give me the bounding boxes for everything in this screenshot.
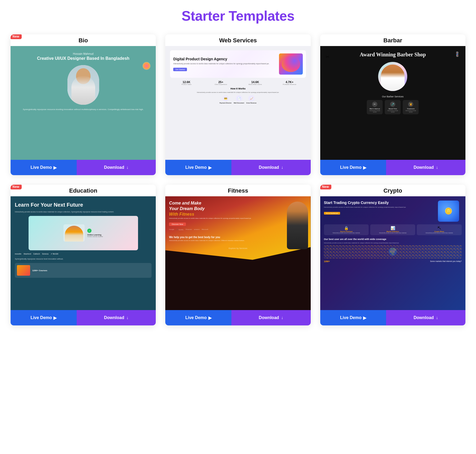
ws-how-desc: Interactively provide access to world-cl… (170, 92, 306, 93)
crypto-footer: Live Demo ▶ Download ↓ (320, 310, 465, 325)
edu-courses: 1200+ Courses (15, 263, 152, 278)
barbar-deco-right: 💈 (454, 51, 460, 57)
new-badge-crypto: New (320, 185, 331, 189)
crypto-market-question: Some markets that interest you today? (430, 260, 462, 262)
barbar-service-haircut: ✂ Men's Haircut Interactively provide ac… (367, 100, 383, 114)
crypto-card-miner: ⛏ Crypto Miner Interactively provide acc… (417, 224, 462, 235)
crypto-coins: 🪙 (438, 201, 462, 222)
new-badge-education: New (11, 185, 22, 189)
card-bio: New Bio Hossain Mahmud Creative UI/UX De… (11, 34, 156, 175)
fitness-footer: Live Demo ▶ Download ↓ (165, 310, 310, 325)
fit-person (287, 202, 308, 249)
card-fitness: Fitness Come and Make Your Dream Body Wi… (165, 185, 310, 325)
bio-person-name: Hossain Mahmud (73, 52, 94, 55)
crypto-feature-cards: 🔒 Secure Payment Interactively provide a… (324, 224, 462, 235)
card-title-bio: Bio (79, 37, 88, 44)
ws-hero: Digital Product Design Agency Interactiv… (170, 50, 306, 78)
bio-description: Synergistically repurpose resource-level… (20, 108, 146, 111)
fit-brands: Google 🎵 Spotify Pinterest amazon Micros… (169, 229, 307, 230)
barbar-avatar (378, 62, 407, 91)
crypto-world-title: Our best user are all over the world wit… (324, 238, 462, 241)
crypto-top-section: Start Trading Crypto Currency Easily Int… (324, 201, 462, 222)
education-preview: Learn For Your Next Future Interactively… (11, 196, 156, 310)
card-title-barbar: Barbar (383, 37, 402, 44)
fit-cta-button: Discover Now (169, 223, 186, 226)
card-barbar: Barbar ✂ 💈 Award Winning Barber Shop Our… (320, 34, 465, 175)
crypto-users-count: 10M+ (324, 260, 330, 263)
fitness-preview: Come and Make Your Dream Body With Fitne… (165, 196, 310, 310)
edu-subtitle: Interactively provide access to world-cl… (15, 211, 152, 213)
ws-hero-btn: Get Started (173, 68, 187, 71)
fit-title-line1: Come and Make (169, 201, 307, 206)
fit-bottom-sub: Interactively provide access to world-cl… (169, 240, 307, 241)
card-title-fitness: Fitness (228, 187, 248, 194)
card-education: New Education Learn For Your Next Future… (11, 185, 156, 325)
card-header-web-services: Web Services (165, 34, 310, 46)
barbar-service-beard: 🪒 Beard Trim Interactively provide acces… (385, 100, 401, 114)
bio-footer: Live Demo ▶ Download ↓ (11, 160, 156, 175)
edu-brands: moodle Stanford Caltech Seneca ✔ McGill (15, 253, 152, 255)
card-header-barbar: Barbar (320, 34, 465, 46)
card-title-crypto: Crypto (383, 187, 402, 194)
ws-stats: 12.6KProduct Sales 25+Client Experience … (170, 80, 306, 85)
card-title-education: Education (69, 187, 97, 194)
ws-hero-image (279, 53, 303, 75)
card-header-education: Education (11, 185, 156, 196)
card-crypto: New Crypto Start Trading Crypto Currency… (320, 185, 465, 325)
crypto-bottom: 10M+ Some markets that interest you toda… (324, 260, 462, 263)
crypto-cta-button: Go to Dashboard (324, 212, 340, 215)
fit-download-button[interactable]: Download ↓ (231, 310, 311, 325)
ws-hero-title: Digital Product Design Agency (173, 57, 276, 61)
crypto-world-map: 🌍 (324, 245, 462, 258)
crypto-download-button[interactable]: Download ↓ (386, 310, 465, 325)
fit-live-demo-button[interactable]: Live Demo ▶ (165, 310, 231, 325)
ws-hero-sub: Interactively provide access to world-cl… (173, 62, 276, 65)
edu-screen: ✓ Online Learning Access courses anytime (29, 216, 138, 250)
barbar-live-demo-button[interactable]: Live Demo ▶ (320, 160, 386, 175)
fit-title-line3: With Fitness (169, 212, 307, 217)
edu-description: Synergistically repurpose resource level… (15, 258, 152, 261)
fit-title-line2: Your Dream Body (169, 206, 307, 211)
bio-download-button[interactable]: Download ↓ (77, 160, 156, 175)
card-title-web-services: Web Services (219, 37, 257, 44)
bio-orb-decoration (143, 62, 150, 70)
crypto-world-sub: Interactively provide access to world-cl… (324, 242, 462, 244)
templates-grid: New Bio Hossain Mahmud Creative UI/UX De… (11, 34, 465, 325)
bio-avatar (67, 65, 99, 105)
ws-live-demo-button[interactable]: Live Demo ▶ (165, 160, 231, 175)
fit-subtitle: Interactively provide access to world-cl… (169, 217, 307, 219)
bio-live-demo-button[interactable]: Live Demo ▶ (11, 160, 77, 175)
card-header-fitness: Fitness (165, 185, 310, 196)
barbar-deco-scissors: ✂ (326, 54, 329, 60)
barbar-footer: Live Demo ▶ Download ↓ (320, 160, 465, 175)
barbar-title: Award Winning Barber Shop (324, 51, 461, 58)
ws-download-button[interactable]: Download ↓ (231, 160, 311, 175)
crypto-card-stats: 📊 Market Statistics Interactively provid… (370, 224, 415, 235)
bio-preview: Hossain Mahmud Creative UI/UX Designer B… (11, 46, 156, 160)
ws-feature-icons: 💳Payment Director 📄Well Document 📈Grow R… (170, 95, 306, 104)
page-title: Starter Templates (11, 8, 465, 24)
bio-headline: Creative UI/UX Designer Based In Banglad… (37, 56, 129, 61)
web-services-preview: Digital Product Design Agency Interactiv… (165, 46, 310, 160)
ws-how-title: How It Works (170, 87, 306, 90)
barbar-service-treatment: 💆 Treatment Interactively provide access (403, 100, 419, 114)
card-web-services: Web Services Digital Product Design Agen… (165, 34, 310, 175)
crypto-subtitle: Interactively provide access to world-cl… (324, 206, 435, 208)
crypto-world-section: Our best user are all over the world wit… (324, 238, 462, 258)
barbar-services-list: ✂ Men's Haircut Interactively provide ac… (324, 100, 461, 114)
barbar-preview: ✂ 💈 Award Winning Barber Shop Our Barber… (320, 46, 465, 160)
card-header-crypto: Crypto (320, 185, 465, 196)
web-services-footer: Live Demo ▶ Download ↓ (165, 160, 310, 175)
new-badge-bio: New (11, 34, 22, 39)
barbar-services-title: Our Barber Services (324, 95, 461, 98)
fit-bottom-title: We help you to get the best body for you (169, 236, 307, 239)
crypto-live-demo-button[interactable]: Live Demo ▶ (320, 310, 386, 325)
card-header-bio: Bio (11, 34, 156, 46)
crypto-preview: Start Trading Crypto Currency Easily Int… (320, 196, 465, 310)
edu-title: Learn For Your Next Future (15, 202, 152, 208)
edu-download-button[interactable]: Download ↓ (77, 310, 156, 325)
crypto-card-secure: 🔒 Secure Payment Interactively provide a… (324, 224, 369, 235)
crypto-title: Start Trading Crypto Currency Easily (324, 201, 435, 205)
edu-live-demo-button[interactable]: Live Demo ▶ (11, 310, 77, 325)
barbar-download-button[interactable]: Download ↓ (386, 160, 465, 175)
